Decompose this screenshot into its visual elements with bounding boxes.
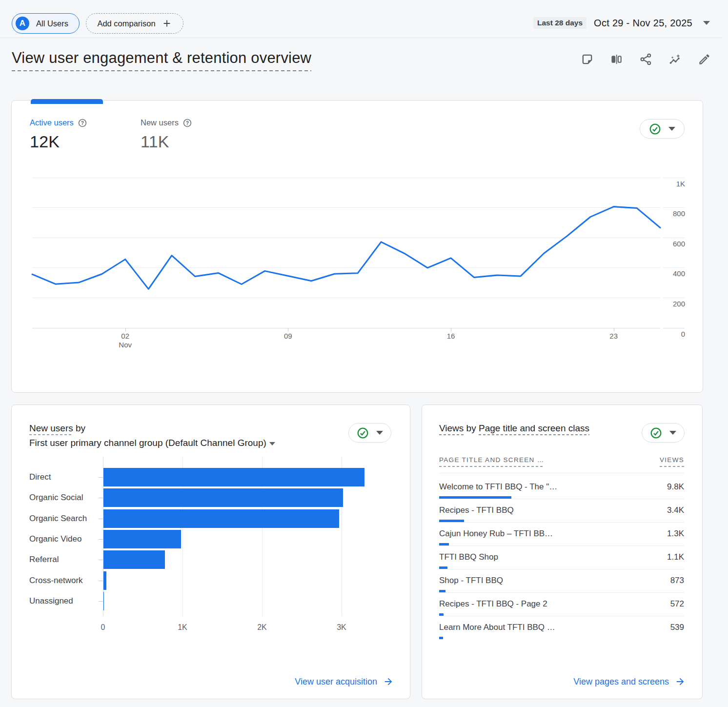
active-users-series-line[interactable] [12, 101, 704, 393]
category-axis-tick [99, 539, 103, 540]
category-axis-tick [99, 477, 103, 478]
column-header-page-title: PAGE TITLE AND SCREEN … [439, 456, 544, 467]
chevron-down-icon [703, 21, 710, 25]
bar-category-label: Unassigned [29, 596, 73, 606]
bar-category-label: Direct [29, 472, 51, 482]
table-row-divider [439, 569, 684, 569]
bar-category-label: Organic Video [29, 534, 81, 544]
chevron-down-icon [376, 431, 383, 435]
bar[interactable] [103, 509, 339, 528]
bar[interactable] [103, 488, 343, 507]
view-user-acquisition-link[interactable]: View user acquisition [295, 676, 394, 687]
table-row-divider [439, 616, 684, 616]
ga4-report-page: A All Users Add comparison Last 28 days … [0, 0, 728, 707]
category-axis-tick [99, 560, 103, 560]
table-header-divider [439, 473, 684, 473]
insights-icon[interactable] [668, 53, 682, 66]
metric-link[interactable]: Views [439, 423, 464, 436]
category-axis-tick [99, 601, 103, 602]
views-cell: 9.8K [667, 482, 684, 492]
table-row-divider [439, 522, 684, 523]
dimension-link[interactable]: Page title and screen class [479, 423, 589, 436]
pages-card: Views by Page title and screen class PAG… [422, 404, 703, 699]
views-cell: 539 [670, 623, 684, 632]
bar[interactable] [103, 592, 104, 610]
page-title-cell: TFTI BBQ Shop [439, 552, 498, 562]
views-mini-bar [439, 637, 443, 639]
table-header: PAGE TITLE AND SCREEN … VIEWS [439, 456, 684, 467]
x-axis-label: 1K [168, 623, 197, 632]
views-cell: 3.4K [667, 505, 684, 515]
check-circle-icon [650, 427, 662, 439]
report-toolbar [581, 53, 711, 66]
metric-link[interactable]: New users [29, 423, 73, 436]
category-axis-tick [99, 581, 103, 581]
x-axis-label: 2K [247, 623, 277, 632]
category-axis-tick [99, 519, 103, 519]
acquisition-card: New users by First user primary channel … [11, 404, 410, 699]
views-cell: 873 [670, 576, 684, 586]
arrow-forward-icon [675, 676, 686, 687]
acquisition-card-title: New users by First user primary channel … [29, 421, 275, 450]
table-row-divider [439, 592, 684, 593]
note-icon[interactable] [581, 53, 594, 66]
pages-card-title: Views by Page title and screen class [439, 421, 589, 436]
x-axis-label: 0 [88, 623, 118, 632]
bar-category-label: Cross-network [29, 576, 83, 586]
date-range-text: Oct 29 - Nov 25, 2025 [594, 18, 692, 29]
report-title-selector[interactable]: View user engagement & retention overvie… [12, 49, 311, 71]
table-row-divider [439, 499, 684, 499]
view-pages-and-screens-link[interactable]: View pages and screens [573, 676, 686, 687]
date-preset-chip: Last 28 days [533, 17, 586, 29]
bar-category-label: Organic Social [29, 493, 83, 503]
page-title-cell: Welcome to TFTI BBQ - The "… [439, 482, 557, 492]
arrow-forward-icon [383, 676, 394, 687]
bar-category-label: Referral [29, 555, 59, 565]
comparison-icon[interactable] [610, 53, 623, 66]
category-axis-tick [99, 498, 103, 498]
views-cell: 572 [670, 599, 684, 609]
bar[interactable] [103, 550, 165, 569]
bar[interactable] [103, 468, 364, 486]
data-quality-dropdown[interactable] [642, 423, 685, 443]
chevron-down-icon [669, 431, 676, 435]
bar[interactable] [103, 530, 181, 548]
data-quality-dropdown[interactable] [348, 423, 391, 443]
page-title-cell: Recipes - TFTI BBQ - Page 2 [439, 599, 547, 609]
chevron-down-icon [269, 442, 275, 445]
dimension-selector[interactable]: First user primary channel group (Defaul… [29, 436, 275, 450]
column-header-views: VIEWS [660, 456, 684, 467]
check-circle-icon [357, 427, 369, 439]
header-divider [0, 38, 723, 38]
views-cell: 1.1K [667, 552, 684, 562]
bar[interactable] [103, 571, 106, 590]
views-cell: 1.3K [667, 529, 684, 539]
page-title-cell: Cajun Honey Rub – TFTI BB… [439, 529, 553, 539]
share-icon[interactable] [639, 53, 652, 66]
date-range-selector[interactable]: Last 28 days Oct 29 - Nov 25, 2025 [0, 6, 710, 40]
table-row-divider [439, 545, 684, 546]
page-title-cell: Shop - TFTI BBQ [439, 576, 503, 586]
page-title-cell: Learn More About TFTI BBQ … [439, 623, 555, 632]
bar-category-label: Organic Search [29, 514, 87, 524]
x-axis-label: 3K [327, 623, 356, 632]
page-title-cell: Recipes - TFTI BBQ [439, 505, 514, 515]
overview-card: Active users ? 12K New users ? 11K [11, 100, 703, 393]
edit-icon[interactable] [698, 53, 711, 66]
